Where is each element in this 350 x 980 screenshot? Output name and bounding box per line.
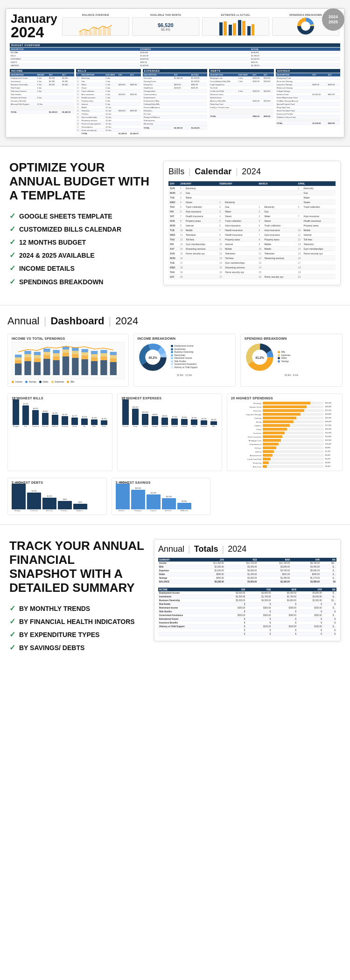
donut-pct3: 12.9% (185, 374, 192, 377)
chart3-label: SPENDING BREAKDOWN (245, 337, 338, 340)
inc-biz-row: Business Ownership$5,000.00$4,500.00$4,6… (158, 599, 336, 603)
hspend-home-ins: Home Insurance $12,800 (231, 435, 338, 438)
svg-rect-50 (81, 352, 88, 356)
dash-title-bold: Dashboard (50, 315, 104, 327)
summary-debts-row: Debts$860.00$1,345.00$641.00$645.00$... (158, 573, 336, 576)
budget-overview-table: DESCRIPTIONESTIMATEDACTUAL INCOME$100,00… (10, 48, 340, 67)
hbar-pers: $7,200 Personal (170, 416, 179, 427)
check-icon-2: ✓ (9, 226, 15, 233)
income-pct-labels: 32.9% 12.9% (138, 374, 231, 377)
hbar-mortgage: $8,791 Mortgage (12, 397, 20, 427)
available-amount: $6,520 (158, 22, 174, 28)
highest-expenses-chart: 10 HIGHEST EXPENSES $36,081 Groceries $1… (117, 393, 222, 471)
cal-row: TUE3WaterWater (168, 195, 336, 200)
available-sub: 50.4% (161, 28, 170, 31)
debts-table: DESCRIPTIONDUE DATEESTACT Mortgage Loan4… (209, 73, 273, 118)
spending-donut-container: 41.2% Bills Expenses Debts Savings (245, 342, 338, 372)
expenses-bars: $36,081 Groceries $18,450 Dining $12,300… (121, 402, 218, 427)
check-icon-3: ✓ (9, 239, 15, 246)
svg-rect-47 (72, 348, 78, 351)
charts-row: BALANCE OVERVIEW (62, 13, 339, 40)
year-badge-line1: 2024 (329, 14, 338, 20)
year-label: 2024 (11, 25, 57, 40)
debts-bars: $3,000 Mortgage Loan $1,800 Credit Card … (12, 486, 103, 512)
hspend-autoloan: Auto Loan $2,800 (231, 465, 338, 468)
cal-row: SAT7Health insurance4Sewer3Water7Auto in… (168, 214, 336, 219)
legend-income: Income (12, 381, 22, 383)
bills-bars: $8,791 Mortgage $5,500 Rent $4,200 Prope… (12, 402, 108, 427)
estimated-chart-block: ESTIMATED vs ACTUAL (202, 14, 269, 36)
hbar-s5: $6,000 HSA Account (177, 500, 191, 512)
summary-left: TRACK YOUR ANNUAL FINANCIAL SNAPSHOT WIT… (9, 539, 145, 657)
cal-row: TUE10Mobile7Health insurance6Auto insura… (168, 228, 336, 233)
cal-row: WED4Sewer1ElectricitySewer (168, 200, 336, 205)
feature-item-6: ✓ SPENDINGS BREAKDOWN (9, 278, 154, 286)
summary-bills-row: Bills$1,600.00$3,405.00$3,005.00$3,455.0… (158, 565, 336, 569)
spendings-label: SPENDINGS BREAKDOWN (289, 14, 322, 16)
legend-side: Side Hustles (171, 360, 198, 363)
bills-cal-title: Bills | Calendar | 2024 (168, 167, 336, 177)
cal-row: FRI13Gym memberships10Internet9Mobile13T… (168, 242, 336, 247)
svg-rect-37 (53, 356, 59, 360)
check-icon-4: ✓ (9, 252, 15, 259)
budget-grid: BUDGET OVERVIEW DESCRIPTIONESTIMATEDACTU… (6, 41, 344, 137)
svg-rect-38 (53, 353, 59, 356)
inc-gov-row: Government Assistance$500.00$300.00$300.… (158, 614, 336, 617)
legend-re: Real Estate (171, 354, 198, 356)
features-headline: OPTIMIZE YOUR ANNUAL BUDGET WITH A TEMPL… (9, 161, 154, 203)
cal-hdr-mar: MARCH (257, 181, 296, 186)
svg-rect-54 (91, 354, 98, 357)
svg-rect-7 (219, 22, 223, 35)
cal-row: MON9Internet6Auto insurance5Trash collec… (168, 223, 336, 228)
svg-rect-46 (72, 351, 78, 354)
expenses-col: EXPENSES DESCRIPTIONESTACTUAL Groceries$… (143, 69, 207, 135)
svg-text:40.2%: 40.2% (148, 356, 157, 359)
svg-rect-14 (252, 24, 254, 35)
svg-rect-60 (110, 362, 117, 375)
hbar-d1: $3,000 Mortgage Loan (12, 481, 26, 512)
hspend-mortgage: Mortgage Loan $12,000 (231, 439, 338, 442)
legend-emp: Employment Income (171, 345, 198, 347)
features-section: OPTIMIZE YOUR ANNUAL BUDGET WITH A TEMPL… (0, 147, 350, 305)
svg-rect-11 (238, 20, 241, 35)
spreadsheet-mockup: January 2024 BALANCE OVERVIEW (6, 8, 344, 137)
hbar-d3: $1,200 Auto Loan (42, 495, 56, 512)
check-icon-6: ✓ (9, 278, 15, 286)
dash-title-year: 2024 (115, 315, 138, 327)
feature-item-4: ✓ 2024 & 2025 AVAILABLE (9, 251, 154, 260)
spreadsheet-title: January 2024 (11, 13, 57, 40)
feature-text-6: SPENDINGS BREAKDOWN (19, 278, 103, 286)
legend-bills: Bills (67, 381, 74, 383)
income-col: INCOME DESCRIPTIONPAYDAYESTACT Employmen… (10, 69, 74, 135)
svg-rect-36 (53, 360, 59, 375)
svg-rect-61 (110, 358, 117, 362)
bills-table: ✓DESCRIPTIONDUE DATEESTACT ☐Electricity1… (76, 73, 140, 135)
s-check-1: ✓ (9, 605, 15, 612)
hbar-s3: $14,000 Long-term (147, 492, 161, 512)
hbar-prop: $4,200 Property tx (31, 408, 40, 427)
inc-ret-row: Retirement Income$300.00$300.00$300.00$3… (158, 606, 336, 610)
dashboard-title: Annual | Dashboard | 2024 (7, 315, 343, 327)
svg-rect-53 (91, 357, 98, 361)
debts-title: DEBTS (209, 69, 273, 73)
hspend-clothing: Clothing $22,000 (231, 417, 338, 419)
spendings-donut-svg (287, 17, 324, 35)
savings-col: SAVINGS DESCRIPTIONESTACT Emergency Fund… (276, 69, 340, 135)
donut-pct2: 32.9% (177, 374, 183, 377)
highest-savings-chart: 5 HIGHEST SAVINGS $24,000 Vacation Fund … (112, 478, 211, 515)
svg-rect-5 (103, 26, 106, 35)
svg-rect-48 (81, 359, 88, 375)
svg-rect-30 (34, 355, 41, 358)
svg-rect-45 (72, 354, 78, 358)
svg-rect-59 (100, 350, 107, 353)
balance-chart-block: BALANCE OVERVIEW (62, 14, 129, 36)
svg-rect-21 (15, 360, 21, 363)
hspend-children: Children $17,600 (231, 424, 338, 427)
s-check-2: ✓ (9, 618, 15, 625)
inc-side-row: Side Hustles$$$$$ (158, 610, 336, 614)
summary-savings-row: Savings$950.00$1,650.00$1,050.00$1,175.0… (158, 576, 336, 580)
annual-bold: Totals (194, 544, 218, 554)
svg-rect-40 (63, 356, 69, 375)
hspend-dining: Dining $20,000 (231, 420, 338, 423)
annual-year: 2024 (228, 544, 246, 554)
